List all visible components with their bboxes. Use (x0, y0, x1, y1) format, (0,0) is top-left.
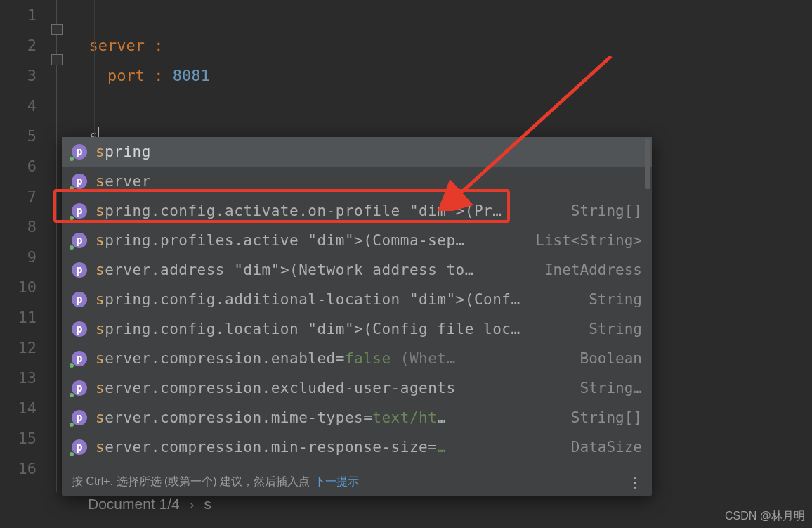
completion-type: String[] (571, 409, 642, 426)
completion-popup[interactable]: pspringpserverpspring.config.activate.on… (62, 137, 652, 496)
completion-type: InetAddress (544, 262, 642, 278)
breadcrumb[interactable]: Document 1/4 › s (88, 496, 211, 513)
completion-type: String (589, 291, 642, 308)
line-number: 14 (0, 393, 37, 423)
breadcrumb-leaf[interactable]: s (204, 496, 211, 512)
line-number: 9 (0, 242, 37, 272)
popup-footer: 按 Ctrl+. 选择所选 (或第一个) 建议，然后插入点 下一提示 ⋯ (62, 468, 652, 496)
line-number: 8 (0, 212, 37, 242)
completion-label: server.compression.mime-types=text/ht… (96, 409, 558, 426)
property-icon: p (72, 410, 87, 425)
fold-toggle-icon[interactable]: − (51, 54, 63, 65)
popup-scrollbar[interactable] (643, 139, 650, 466)
line-number: 7 (0, 181, 37, 212)
completion-item[interactable]: pspring.config.activate.on-profile "dim"… (62, 196, 652, 226)
breadcrumb-separator-icon: › (190, 496, 195, 512)
property-icon: p (72, 203, 87, 219)
property-icon: p (72, 174, 87, 189)
completion-label: spring.config.activate.on-profile "dim">… (96, 202, 558, 219)
completion-type: String… (579, 380, 642, 397)
yaml-value: 8081 (173, 67, 210, 84)
line-number: 13 (0, 363, 37, 393)
watermark: CSDN @林月明 (725, 509, 805, 524)
yaml-key: port (107, 67, 145, 84)
completion-label: spring.config.additional-location "dim">… (96, 291, 576, 308)
property-icon: p (72, 144, 87, 160)
line-number: 12 (0, 333, 37, 363)
completion-item[interactable]: pspring (62, 137, 652, 167)
line-number: 10 (0, 272, 37, 302)
completion-type: String (589, 321, 642, 337)
completion-label: server.compression.min-response-size=… (96, 439, 558, 456)
line-number: 3 (0, 60, 37, 91)
line-number: 16 (0, 453, 37, 484)
completion-type: String[] (571, 202, 642, 219)
line-number: 5 (0, 121, 37, 151)
completion-label: server.address "dim">(Network address to… (96, 262, 532, 278)
property-icon: p (72, 351, 87, 366)
property-icon: p (72, 262, 87, 278)
property-icon: p (72, 292, 87, 307)
breadcrumb-doc[interactable]: Document 1/4 (88, 496, 180, 512)
completion-item[interactable]: pserver.compression.enabled=false (Whet…… (62, 344, 652, 373)
footer-hint: 按 Ctrl+. 选择所选 (或第一个) 建议，然后插入点 (72, 475, 310, 489)
line-number: 11 (0, 302, 37, 333)
completion-item[interactable]: pserver.error.include-binding-errorsIncl… (62, 462, 652, 468)
completion-item[interactable]: pserver (62, 167, 652, 196)
line-number: 6 (0, 151, 37, 181)
completion-type: DataSize (571, 439, 642, 456)
fold-toggle-icon[interactable]: − (51, 24, 63, 35)
line-number-gutter: 1 2 3 4 5 6 7 8 9 10 11 12 13 14 15 16 (0, 0, 49, 492)
completion-label: spring.config.location "dim">(Config fil… (96, 321, 576, 337)
completion-label: server (96, 173, 642, 190)
completion-item[interactable]: pspring.config.location "dim">(Config fi… (62, 314, 652, 344)
completion-type: Boolean (579, 350, 642, 367)
completion-type: List<String> (535, 232, 642, 249)
completion-item[interactable]: pserver.address "dim">(Network address t… (62, 255, 652, 285)
scrollbar-thumb-icon[interactable] (645, 139, 650, 189)
completion-item[interactable]: pspring.config.additional-location "dim"… (62, 285, 652, 314)
yaml-key: server (89, 37, 145, 54)
completion-label: server.compression.enabled=false (Whet… (96, 350, 567, 367)
property-icon: p (72, 439, 87, 455)
completion-item[interactable]: pserver.compression.excluded-user-agents… (62, 373, 652, 403)
completion-item[interactable]: pserver.compression.mime-types=text/ht…S… (62, 403, 652, 432)
line-number: 2 (0, 30, 37, 60)
completion-label: spring (96, 143, 642, 160)
property-icon: p (72, 321, 87, 337)
line-number: 15 (0, 423, 37, 453)
line-number: 1 (0, 0, 37, 30)
next-hint-link[interactable]: 下一提示 (314, 475, 359, 489)
property-icon: p (72, 380, 87, 396)
line-number: 4 (0, 91, 37, 121)
completion-item[interactable]: pspring.profiles.active "dim">(Comma-sep… (62, 226, 652, 255)
completion-item[interactable]: pserver.compression.min-response-size=…D… (62, 432, 652, 462)
completion-label: spring.profiles.active "dim">(Comma-sep… (96, 232, 523, 249)
property-icon: p (72, 233, 87, 248)
completion-label: server.compression.excluded-user-agents (96, 380, 567, 397)
